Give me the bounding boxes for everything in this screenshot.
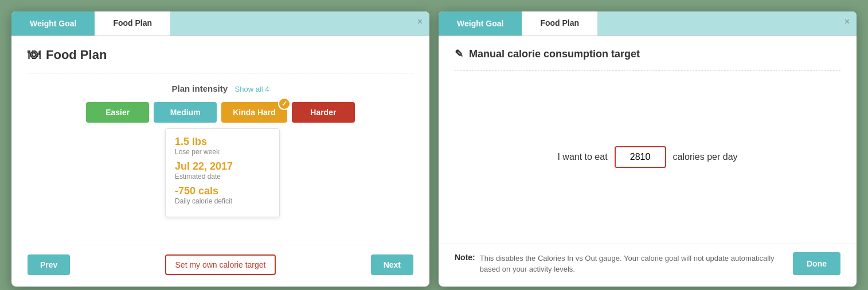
- right-dialog-body: ✎ Manual calorie consumption target I wa…: [439, 36, 857, 244]
- label-before: I want to eat: [557, 152, 607, 162]
- lbs-label: Lose per week: [175, 148, 270, 156]
- left-tabs: Weight Goal Food Plan ×: [11, 11, 429, 36]
- next-button[interactable]: Next: [371, 254, 413, 275]
- tab-weight-goal-right[interactable]: Weight Goal: [439, 11, 522, 36]
- lbs-value: 1.5 lbs: [175, 136, 270, 148]
- food-icon: 🍽: [28, 48, 40, 62]
- selected-checkmark: ✓: [278, 97, 291, 110]
- edit-icon: ✎: [455, 48, 463, 60]
- tab-food-plan-right[interactable]: Food Plan: [522, 11, 597, 36]
- tab-weight-goal-left[interactable]: Weight Goal: [11, 11, 95, 36]
- kinda-hard-button[interactable]: ✓ Kinda Hard: [221, 102, 287, 123]
- calorie-input-row: I want to eat calories per day: [455, 81, 840, 232]
- note-wrapper: Note: This disables the Calories In vs O…: [455, 253, 784, 275]
- note-label: Note:: [455, 253, 475, 262]
- right-section-title: ✎ Manual calorie consumption target: [455, 48, 840, 60]
- title-divider: [28, 73, 413, 73]
- date-value: Jul 22, 2017: [175, 160, 270, 173]
- left-dialog: Weight Goal Food Plan × 🍽 Food Plan Plan…: [11, 11, 429, 287]
- left-title-text: Food Plan: [46, 48, 107, 62]
- label-after: calories per day: [673, 152, 738, 162]
- cals-label: Daily calorie deficit: [175, 197, 270, 205]
- right-tabs: Weight Goal Food Plan ×: [439, 11, 857, 36]
- right-dialog-footer: Note: This disables the Calories In vs O…: [439, 244, 857, 287]
- intensity-details: 1.5 lbs Lose per week Jul 22, 2017 Estim…: [165, 128, 280, 217]
- left-dialog-body: 🍽 Food Plan Plan intensity Show all 4 Ea…: [11, 36, 429, 245]
- left-dialog-footer: Prev Set my own calorie target Next: [11, 245, 429, 287]
- set-calorie-button[interactable]: Set my own calorie target: [165, 254, 276, 275]
- right-title-text: Manual calorie consumption target: [469, 48, 640, 60]
- plan-intensity-label: Plan intensity: [172, 84, 228, 93]
- intensity-buttons: Easier Medium ✓ Kinda Hard Harder: [28, 102, 413, 123]
- easier-button[interactable]: Easier: [86, 102, 149, 123]
- close-button-left[interactable]: ×: [417, 17, 423, 26]
- note-text: This disables the Calories In vs Out gau…: [480, 253, 784, 275]
- close-button-right[interactable]: ×: [844, 17, 850, 26]
- medium-button[interactable]: Medium: [154, 102, 217, 123]
- done-button[interactable]: Done: [793, 252, 840, 275]
- date-label: Estimated date: [175, 173, 270, 181]
- tab-food-plan-left[interactable]: Food Plan: [95, 11, 170, 36]
- plan-intensity-header: Plan intensity Show all 4: [28, 84, 413, 94]
- cals-value: -750 cals: [175, 185, 270, 197]
- page-title-left: 🍽 Food Plan: [28, 48, 413, 62]
- harder-button[interactable]: Harder: [292, 102, 355, 123]
- calorie-input[interactable]: [615, 146, 666, 168]
- right-dialog: Weight Goal Food Plan × ✎ Manual calorie…: [439, 11, 857, 287]
- right-divider: [455, 70, 840, 71]
- prev-button[interactable]: Prev: [28, 254, 70, 275]
- show-all-link[interactable]: Show all 4: [235, 85, 269, 93]
